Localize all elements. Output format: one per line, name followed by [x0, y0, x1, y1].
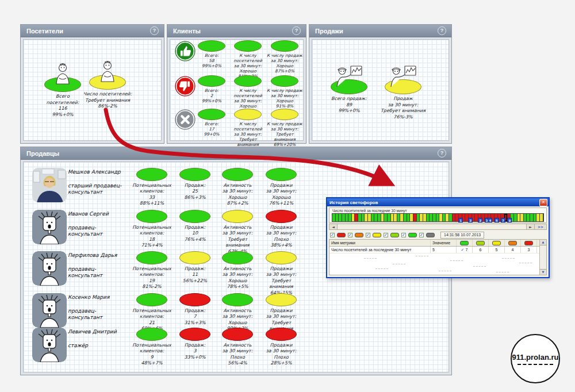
- status-ellipse: [266, 210, 297, 223]
- help-icon[interactable]: ?: [150, 26, 159, 35]
- status-ellipse: [271, 109, 298, 120]
- lamp-checkbox[interactable]: ✓: [330, 233, 335, 237]
- seller-avatar: [32, 293, 67, 328]
- traffic-light-indicator[interactable]: Продаж: 11 56%+22%: [173, 251, 217, 284]
- traffic-light-indicator[interactable]: Продаж: 10 76%+4%: [173, 210, 217, 243]
- seller-icon: [370, 65, 436, 87]
- strip-marker[interactable]: 3: [468, 218, 473, 222]
- status-ellipse: [234, 40, 262, 52]
- status-ellipse: [136, 168, 167, 181]
- panel-title: Продажи: [309, 28, 438, 34]
- traffic-light-indicator[interactable]: Активность за 30 минут: Хорошо 87%+2%: [216, 168, 259, 207]
- indicator-label: К числу продаж за 30 минут: Хорошо 87%+0…: [267, 53, 302, 74]
- traffic-light-indicator[interactable]: К числу продаж за 30 минут: Хорошо 87%+0…: [267, 40, 302, 74]
- traffic-light-indicator[interactable]: Потенциальных клиентов: 18 71%+4%: [130, 210, 174, 249]
- lamp-checkbox[interactable]: ✓: [419, 233, 424, 237]
- scroll-down-button[interactable]: ▼: [540, 269, 546, 275]
- vertical-scrollbar[interactable]: ▲▼: [539, 240, 546, 275]
- help-icon[interactable]: ?: [438, 26, 446, 35]
- scroll-track[interactable]: [338, 224, 526, 229]
- column-header-lamp[interactable]: [505, 240, 521, 246]
- strip-marker[interactable]: 4: [488, 218, 492, 222]
- panel-title: Продавцы: [21, 150, 438, 157]
- seller-avatar: [32, 251, 67, 286]
- scroll-left-button[interactable]: ◄: [329, 224, 338, 229]
- traffic-light-indicator[interactable]: Продажи за 30 минут: Плохо 28%+5%: [259, 328, 303, 367]
- traffic-light-indicator[interactable]: Потенциальных клиентов: 21 69%+6%: [130, 293, 174, 332]
- traffic-light-indicator[interactable]: Потенциальных клиентов: 19 81%-2%: [130, 251, 174, 290]
- traffic-light-indicator[interactable]: Продаж: 7 31%+3%: [173, 293, 217, 326]
- strip-marker[interactable]: 5: [494, 218, 499, 222]
- close-button[interactable]: ✕: [539, 199, 547, 206]
- scroll-up-button[interactable]: ▲: [540, 240, 546, 245]
- traffic-light-indicator[interactable]: Продажи за 30 минут: Требует внимания 64…: [259, 251, 303, 296]
- status-ellipse: [179, 168, 210, 181]
- panel-visitors: Посетители ? Всего посетителей: 116 99%+…: [20, 24, 164, 144]
- traffic-light-indicator[interactable]: К числу продаж за 30 минут: Хорошо 91%-8…: [267, 75, 302, 109]
- lamp-checkbox[interactable]: ✓: [348, 233, 352, 237]
- status-ellipse: [266, 251, 297, 264]
- column-header-name[interactable]: Имя метрики: [329, 240, 431, 246]
- traffic-light-indicator[interactable]: Потенциальных клиентов: 33 88%+11%: [130, 168, 174, 207]
- seller-avatar: [32, 328, 67, 362]
- traffic-light-indicator[interactable]: Число посетителей: Требует внимания 86%-…: [74, 60, 141, 110]
- panel-visitors-header: Посетители ?: [21, 25, 164, 37]
- traffic-light-indicator[interactable]: Всего: 2 99%+0%: [194, 75, 229, 103]
- history-window-titlebar[interactable]: История светофоров ✕: [327, 198, 549, 206]
- column-header-lamp[interactable]: [489, 240, 505, 246]
- traffic-light-indicator[interactable]: Активность за 30 минут: Хорошо 90%+2%: [216, 293, 259, 332]
- status-ellipse: [222, 328, 253, 341]
- traffic-light-indicator[interactable]: Продаж за 30 минут: Требует внимания 76%…: [370, 65, 436, 120]
- ghost-mark: [439, 271, 451, 271]
- lamp-icon: [408, 233, 417, 237]
- table-row[interactable]: Число посетителей за последние 30 минут5…: [329, 247, 546, 253]
- seller-role: старший продавец-консультант: [68, 183, 130, 195]
- traffic-light-indicator[interactable]: Активность за 30 минут: Хорошо 78%+5%: [216, 251, 259, 290]
- traffic-light-indicator[interactable]: Продаж: 3 33%+0%: [173, 328, 217, 360]
- column-header-lamp[interactable]: [473, 240, 489, 246]
- indicator-label: Число посетителей: Требует внимания 86%-…: [74, 91, 141, 110]
- seller-avatar: [32, 210, 67, 244]
- help-icon[interactable]: ?: [438, 149, 446, 157]
- timestamp-field: 14:31:58 10.07.2013: [440, 232, 484, 239]
- strip-marker[interactable]: 9: [507, 218, 512, 222]
- status-ellipse: [222, 293, 253, 306]
- indicator-label: Продаж: 25 86%+3%: [173, 183, 217, 201]
- ghost-mark: [375, 268, 388, 269]
- scroll-more-button[interactable]: >>: [534, 224, 546, 229]
- column-header-lamp[interactable]: [521, 240, 537, 246]
- seller-info: Косенко Марияпродавец-консультант: [68, 294, 130, 320]
- panel-title: Посетители: [21, 28, 150, 34]
- traffic-light-indicator[interactable]: Продаж: 25 86%+3%: [173, 168, 217, 201]
- strip-marker[interactable]: 2: [478, 218, 482, 222]
- indicator-label: Продажи за 30 минут: Плохо 38%+4%: [259, 225, 303, 249]
- traffic-light-indicator[interactable]: К числу посетителей за 30 минут: Хорошо …: [230, 40, 266, 79]
- traffic-light-indicator[interactable]: Всего: 17 99+0%: [194, 109, 229, 137]
- traffic-light-indicator[interactable]: Потенциальных клиентов: 9 48%+7%: [130, 328, 174, 367]
- lamp-checkbox[interactable]: ✓: [366, 233, 370, 237]
- traffic-light-indicator[interactable]: К числу продаж за 30 минут: Требует вним…: [267, 109, 302, 148]
- column-header-value[interactable]: Значение: [431, 240, 457, 246]
- traffic-light-indicator[interactable]: Всего: 58 99%+0%: [194, 40, 229, 68]
- strip-marker[interactable]: 7: [501, 218, 505, 222]
- strip-marker[interactable]: 1: [458, 218, 463, 222]
- lamp-checkbox[interactable]: ✓: [384, 233, 388, 237]
- indicator-label: Продаж за 30 минут: Требует внимания 76%…: [370, 96, 436, 120]
- visitors-canvas: Всего посетителей: 116 99%+0% Число посе…: [23, 39, 162, 141]
- help-icon[interactable]: ?: [292, 26, 301, 35]
- traffic-light-indicator[interactable]: Продажи за 30 минут: Хорошо 76%+11%: [259, 168, 303, 207]
- traffic-light-indicator[interactable]: Активность за 30 минут: Плохо 56%-4%: [216, 328, 259, 367]
- seller-info: Перфилова Дарьяпродавец-консультант: [68, 252, 130, 278]
- traffic-light-indicator[interactable]: Активность за 30 минут: Требует внимания…: [216, 210, 259, 255]
- indicator-label: Активность за 30 минут: Плохо 56%-4%: [216, 343, 259, 367]
- indicator-label: Активность за 30 минут: Требует внимания…: [216, 225, 259, 255]
- scroll-right-button[interactable]: ►: [526, 224, 534, 229]
- history-strip[interactable]: [332, 213, 544, 222]
- status-ellipse: [266, 293, 297, 306]
- ghost-mark: [450, 260, 463, 261]
- horizontal-scrollbar[interactable]: ◄ ► >>: [329, 224, 547, 230]
- lamp-checkbox[interactable]: ✓: [401, 233, 406, 237]
- traffic-light-indicator[interactable]: Продажи за 30 минут: Плохо 38%+4%: [259, 210, 303, 249]
- panel-sales-header: Продажи ?: [309, 25, 451, 37]
- column-header-lamp[interactable]: [457, 240, 473, 246]
